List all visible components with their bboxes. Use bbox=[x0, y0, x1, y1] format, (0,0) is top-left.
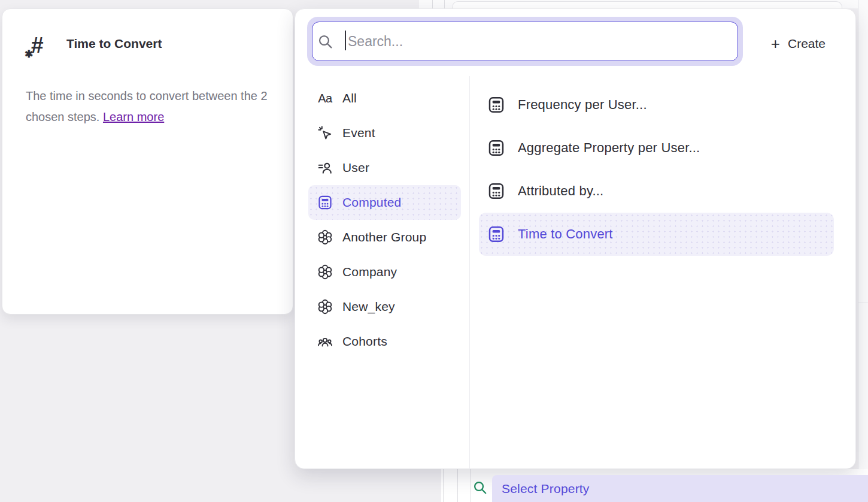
group-cluster-icon bbox=[317, 299, 333, 314]
category-computed[interactable]: Computed bbox=[308, 185, 461, 220]
select-property-field[interactable]: Select Property bbox=[492, 475, 868, 502]
create-button[interactable]: + Create bbox=[771, 34, 825, 53]
background-column-divider bbox=[471, 469, 471, 502]
result-aggregate-property-per-user[interactable]: Aggregate Property per User... bbox=[479, 126, 834, 170]
category-user[interactable]: User bbox=[308, 150, 461, 185]
category-cohorts[interactable]: Cohorts bbox=[308, 324, 461, 359]
text-format-icon: Aa bbox=[317, 92, 333, 105]
background-column-divider bbox=[432, 0, 433, 8]
result-frequency-per-user[interactable]: Frequency per User... bbox=[479, 83, 834, 126]
plus-icon: + bbox=[771, 36, 780, 52]
property-tooltip-card: # ✱ Time to Convert The time in seconds … bbox=[2, 8, 293, 314]
result-attributed-by[interactable]: Attributed by... bbox=[479, 170, 834, 213]
calculator-icon bbox=[317, 195, 333, 210]
calculator-icon bbox=[487, 96, 506, 114]
tooltip-title: Time to Convert bbox=[66, 37, 162, 51]
background-card-divider bbox=[858, 303, 868, 303]
cohorts-icon bbox=[317, 334, 333, 349]
calculator-icon bbox=[487, 182, 506, 200]
category-event[interactable]: Event bbox=[308, 116, 461, 150]
results-list: Frequency per User... Aggregate Property… bbox=[479, 83, 834, 256]
property-picker-dropdown: + Create Aa All Event bbox=[295, 8, 856, 469]
numeric-computed-property-icon: # ✱ bbox=[26, 33, 51, 63]
background-column-divider bbox=[443, 469, 444, 502]
result-time-to-convert[interactable]: Time to Convert bbox=[479, 213, 834, 256]
category-all[interactable]: Aa All bbox=[308, 81, 461, 116]
event-cursor-icon bbox=[317, 125, 333, 141]
search-focus-ring bbox=[307, 17, 743, 66]
category-list: Aa All Event bbox=[308, 81, 461, 359]
text-cursor bbox=[345, 31, 346, 50]
background-column-divider bbox=[457, 469, 458, 502]
property-search-icon[interactable] bbox=[472, 480, 488, 495]
group-cluster-icon bbox=[317, 229, 333, 245]
category-company[interactable]: Company bbox=[308, 255, 461, 289]
search-field[interactable] bbox=[312, 22, 738, 61]
search-icon bbox=[317, 34, 333, 50]
user-list-icon bbox=[317, 160, 333, 176]
category-new-key[interactable]: New_key bbox=[308, 289, 461, 324]
category-another-group[interactable]: Another Group bbox=[308, 220, 461, 255]
calculator-icon bbox=[487, 139, 506, 157]
tooltip-description: The time in seconds to convert between t… bbox=[26, 86, 271, 128]
calculator-icon bbox=[487, 225, 506, 243]
background-column-divider bbox=[444, 0, 445, 8]
category-results-divider bbox=[469, 76, 470, 469]
background-right-panel bbox=[858, 0, 868, 502]
search-input[interactable] bbox=[347, 33, 708, 50]
select-property-label: Select Property bbox=[502, 482, 590, 496]
learn-more-link[interactable]: Learn more bbox=[103, 110, 164, 123]
group-cluster-icon bbox=[317, 264, 333, 280]
